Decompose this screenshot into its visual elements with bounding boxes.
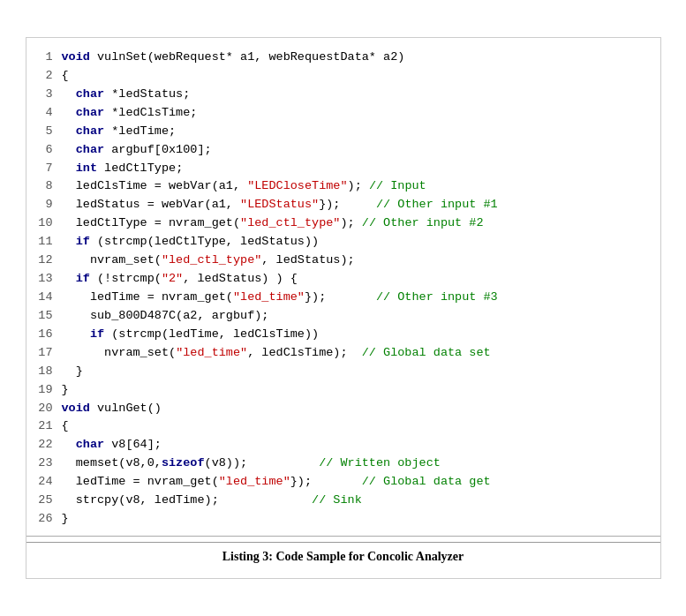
plain-token: , ledStatus); — [261, 253, 354, 267]
plain-token: ledTime = nvram_get( — [62, 475, 219, 488]
line-content: ledStatus = webVar(a1, "LEDStatus"}); //… — [62, 196, 650, 214]
str-token: "LEDStatus" — [240, 198, 319, 211]
kw-token: char — [76, 438, 104, 451]
line-number: 5 — [34, 123, 53, 141]
line-content: char argbuf[0x100]; — [62, 141, 650, 160]
caption: Listing 3: Code Sample for Concolic Anal… — [26, 542, 660, 567]
kw-token: char — [76, 87, 104, 101]
code-line: 15 sub_800D487C(a2, argbuf); — [34, 307, 650, 326]
line-number: 15 — [34, 307, 53, 326]
line-content: nvram_set("led_ctl_type", ledStatus); — [62, 252, 650, 270]
plain-token: memset(v8,0, — [62, 456, 162, 470]
plain-token: vulnSet(webRequest* a1, webRequestData* … — [90, 50, 404, 64]
plain-token: ledTime = nvram_get( — [62, 290, 233, 304]
plain-token — [62, 327, 90, 341]
plain-token: vulnGet() — [90, 402, 162, 415]
plain-token: ledStatus = webVar(a1, — [62, 198, 241, 211]
str-token: "led_time" — [219, 475, 290, 488]
plain-token: *ledStatus; — [104, 87, 190, 101]
plain-token — [62, 162, 76, 175]
line-number: 21 — [34, 417, 53, 436]
plain-token: , ledStatus) ) { — [183, 272, 298, 285]
line-number: 26 — [34, 510, 53, 529]
line-number: 17 — [34, 344, 53, 363]
kw-token: char — [76, 106, 104, 119]
line-content: strcpy(v8, ledTime); // Sink — [62, 492, 650, 510]
plain-token: }); — [305, 290, 376, 304]
plain-token — [62, 143, 76, 156]
line-content: void vulnGet() — [62, 400, 650, 418]
code-line: 8 ledClsTime = webVar(a1, "LEDCloseTime"… — [34, 177, 650, 196]
line-number: 25 — [34, 492, 53, 510]
code-line: 2{ — [34, 67, 650, 86]
code-line: 24 ledTime = nvram_get("led_time"}); // … — [34, 473, 650, 492]
kw-token: char — [76, 143, 104, 156]
line-number: 11 — [34, 233, 53, 252]
line-content: char v8[64]; — [62, 436, 650, 454]
line-number: 1 — [34, 49, 53, 67]
plain-token: { — [62, 69, 69, 82]
plain-token: , ledClsTime); — [247, 346, 362, 359]
plain-token — [62, 87, 76, 101]
listing-container: 1void vulnSet(webRequest* a1, webRequest… — [26, 37, 661, 579]
line-number: 6 — [34, 141, 53, 160]
plain-token: ledCtlType; — [97, 162, 183, 175]
line-number: 2 — [34, 67, 53, 86]
line-content: int ledCtlType; — [62, 160, 650, 178]
code-line: 21{ — [34, 417, 650, 436]
plain-token: *ledClsTime; — [104, 106, 197, 119]
str-token: "LEDCloseTime" — [247, 179, 347, 192]
plain-token: ledCtlType = nvram_get( — [62, 216, 241, 229]
line-number: 23 — [34, 454, 53, 473]
code-line: 14 ledTime = nvram_get("led_time"}); // … — [34, 289, 650, 307]
plain-token — [62, 272, 76, 285]
code-line: 16 if (strcmp(ledTime, ledClsTime)) — [34, 326, 650, 344]
cmt-token: // Written object — [319, 456, 441, 470]
code-line: 20void vulnGet() — [34, 400, 650, 418]
line-content: { — [62, 67, 650, 86]
line-content: char *ledStatus; — [62, 86, 650, 104]
code-line: 5 char *ledTime; — [34, 123, 650, 141]
str-token: "led_time" — [233, 290, 305, 304]
plain-token: } — [62, 364, 83, 378]
cmt-token: // Global data get — [362, 475, 491, 488]
line-number: 8 — [34, 177, 53, 196]
line-number: 13 — [34, 270, 53, 289]
line-content: if (!strcmp("2", ledStatus) ) { — [62, 270, 650, 289]
code-block: 1void vulnSet(webRequest* a1, webRequest… — [26, 45, 660, 532]
code-line: 9 ledStatus = webVar(a1, "LEDStatus"}); … — [34, 196, 650, 214]
plain-token: argbuf[0x100]; — [104, 143, 212, 156]
code-line: 17 nvram_set("led_time", ledClsTime); //… — [34, 344, 650, 363]
plain-token: nvram_set( — [62, 346, 177, 359]
str-token: "led_ctl_type" — [240, 216, 340, 229]
code-line: 1void vulnSet(webRequest* a1, webRequest… — [34, 49, 650, 67]
line-content: } — [62, 363, 650, 381]
cmt-token: // Other input #2 — [362, 216, 484, 229]
str-token: "2" — [162, 272, 183, 285]
divider — [26, 536, 660, 537]
line-content: ledClsTime = webVar(a1, "LEDCloseTime");… — [62, 177, 650, 196]
plain-token: sub_800D487C(a2, argbuf); — [62, 309, 269, 322]
line-content: if (strcmp(ledCtlType, ledStatus)) — [62, 233, 650, 252]
line-content: sub_800D487C(a2, argbuf); — [62, 307, 650, 326]
plain-token: v8[64]; — [104, 438, 162, 451]
line-number: 7 — [34, 160, 53, 178]
str-token: "led_ctl_type" — [162, 253, 261, 267]
code-line: 25 strcpy(v8, ledTime); // Sink — [34, 492, 650, 510]
plain-token: (strcmp(ledTime, ledClsTime)) — [104, 327, 319, 341]
plain-token — [62, 438, 76, 451]
line-number: 3 — [34, 86, 53, 104]
code-line: 3 char *ledStatus; — [34, 86, 650, 104]
plain-token: }); — [319, 198, 376, 211]
code-line: 4 char *ledClsTime; — [34, 104, 650, 123]
code-line: 22 char v8[64]; — [34, 436, 650, 454]
code-line: 19} — [34, 381, 650, 400]
line-number: 12 — [34, 252, 53, 270]
cmt-token: // Input — [369, 179, 426, 192]
line-content: memset(v8,0,sizeof(v8)); // Written obje… — [62, 454, 650, 473]
line-content: char *ledTime; — [62, 123, 650, 141]
code-line: 6 char argbuf[0x100]; — [34, 141, 650, 160]
line-content: ledTime = nvram_get("led_time"}); // Glo… — [62, 473, 650, 492]
line-number: 9 — [34, 196, 53, 214]
str-token: "led_time" — [176, 346, 247, 359]
